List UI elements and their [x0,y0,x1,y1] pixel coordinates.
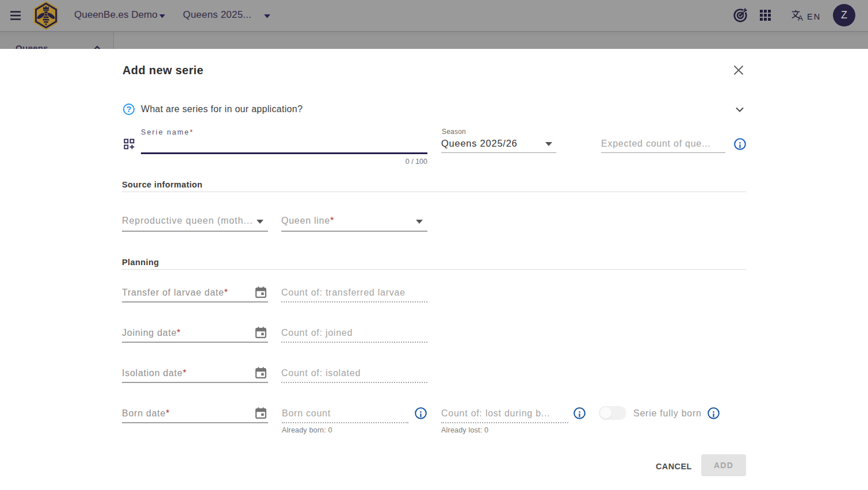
svg-text:?: ? [127,105,132,114]
